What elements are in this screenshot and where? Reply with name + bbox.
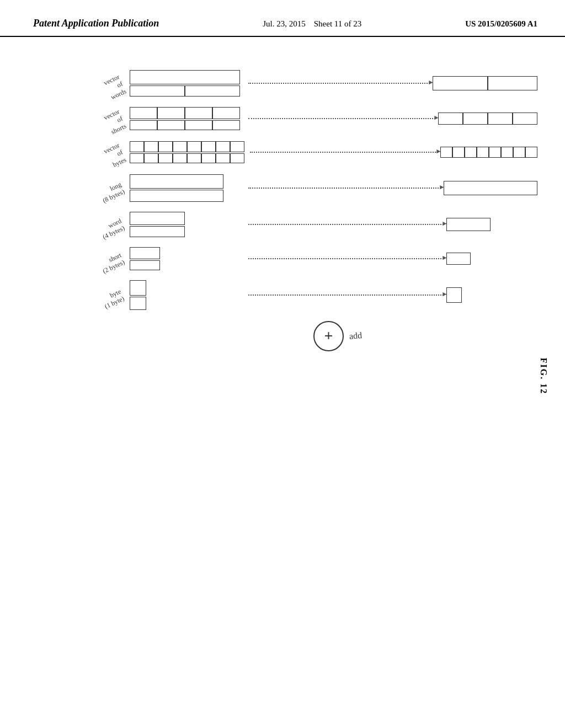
box [501,147,513,158]
publication-title: Patent Application Publication [33,17,159,30]
label-short-2bytes: short(2 bytes) [55,250,127,266]
left-boxes-vector-words [127,70,248,97]
right-boxes-vector-words [430,76,543,90]
box [446,218,491,231]
arrow-short [248,258,444,259]
left-boxes-byte [127,280,248,310]
arrow-vector-bytes [250,152,438,153]
box [130,190,223,202]
box [185,107,212,119]
box [433,76,488,90]
box [513,113,537,125]
arrow-vector-shorts [248,118,435,119]
box [157,120,185,130]
left-boxes-word [127,212,248,237]
box [216,141,230,152]
right-boxes-short [444,253,543,265]
box [187,153,201,163]
right-boxes-byte [444,287,543,303]
box [488,113,513,125]
row-vector-bytes: vectorofbytes [55,140,543,164]
box [130,226,185,237]
box [173,153,187,163]
box [477,147,489,158]
box [185,120,212,130]
left-boxes-vector-bytes [127,141,250,163]
right-boxes-vector-shorts [435,113,543,125]
right-boxes-word [444,218,543,231]
box [446,253,471,265]
box [446,287,462,303]
label-byte-1byte: byte(1 byte) [55,287,127,303]
right-boxes-long [441,181,543,195]
box [130,70,240,84]
box [157,107,185,119]
box [489,147,501,158]
row-byte-1byte: byte(1 byte) [55,280,543,310]
box [438,113,463,125]
box [130,174,223,189]
box [187,141,201,152]
publication-date: Jul. 23, 2015 Sheet 11 of 23 [263,17,361,29]
label-long-8bytes: long(8 bytes) [55,180,127,196]
box [488,76,537,90]
right-boxes-vector-bytes [438,147,543,158]
row-short-2bytes: short(2 bytes) [55,247,543,270]
box [465,147,477,158]
box [212,107,240,119]
box [158,153,173,163]
box [130,141,144,152]
arrow-byte [248,295,444,296]
add-label: add [349,330,363,341]
box [130,85,185,97]
box [130,107,157,119]
box [158,141,173,152]
row-word-4bytes: word(4 bytes) [55,212,543,237]
add-section[interactable]: + add [132,321,543,351]
label-vector-words: vectorofwords [55,72,127,95]
box [440,147,452,158]
box [444,181,537,195]
main-content: FIG. 12 vectorofwords [0,37,565,715]
left-boxes-long [127,174,248,202]
box [525,147,537,158]
arrow-word [248,224,444,225]
row-long-8bytes: long(8 bytes) [55,174,543,202]
label-vector-shorts: vectorofshorts [55,106,127,130]
left-boxes-vector-shorts [127,107,248,130]
box [230,153,244,163]
box [130,212,185,225]
box [513,147,525,158]
row-vector-shorts: vectorofshorts [55,106,543,130]
box [201,141,216,152]
box [130,297,146,310]
box [130,120,157,130]
arrow-long [248,188,441,189]
patent-number: US 2015/0205609 A1 [465,17,537,29]
label-word-4bytes: word(4 bytes) [55,216,127,232]
box [212,120,240,130]
arrow-vector-words [248,83,430,84]
box [463,113,488,125]
box [130,260,160,270]
box [216,153,230,163]
row-vector-words: vectorofwords [55,70,543,97]
box [452,147,465,158]
left-boxes-short [127,247,248,270]
box [144,141,158,152]
box [144,153,158,163]
box [130,153,144,163]
add-circle[interactable]: + [313,321,344,351]
box [130,247,160,259]
page-header: Patent Application Publication Jul. 23, … [0,0,565,37]
box [185,85,240,97]
figure-label: FIG. 12 [539,358,548,394]
box [230,141,244,152]
label-vector-bytes: vectorofbytes [55,140,127,164]
box [173,141,187,152]
box [130,280,146,296]
box [201,153,216,163]
